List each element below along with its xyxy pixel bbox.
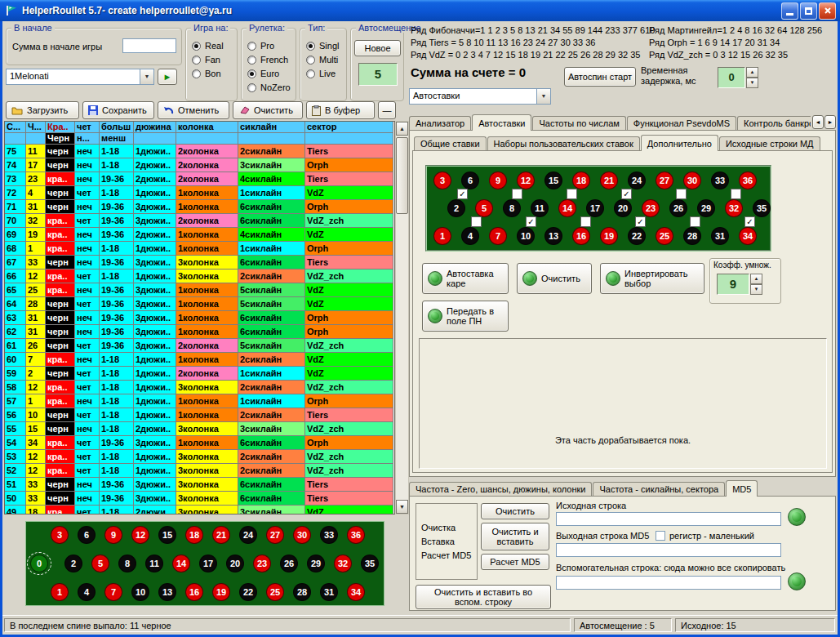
number-32[interactable]: 32: [725, 199, 743, 217]
number-18[interactable]: 18: [572, 172, 590, 189]
number-35[interactable]: 35: [753, 199, 771, 217]
number-16[interactable]: 16: [185, 583, 203, 601]
number-25[interactable]: 25: [266, 583, 284, 601]
corner-checkbox[interactable]: [676, 189, 687, 199]
number-16[interactable]: 16: [572, 227, 590, 245]
number-30[interactable]: 30: [293, 526, 311, 544]
corner-checkbox[interactable]: [690, 216, 700, 227]
clear-bets-button[interactable]: Очистить: [517, 263, 592, 294]
table-row[interactable]: 592чернчет1-181дюжи..2колонка1сиклайнVdZ: [5, 367, 394, 381]
number-18[interactable]: 18: [185, 526, 203, 544]
coef-spinner[interactable]: ▲ ▼: [750, 274, 762, 295]
radio-option-Fan[interactable]: Fan: [192, 53, 237, 66]
tab-Анализатор[interactable]: Анализатор: [409, 116, 471, 131]
number-8[interactable]: 8: [118, 555, 136, 572]
spin-down-icon[interactable]: ▼: [746, 78, 758, 88]
number-7[interactable]: 7: [489, 227, 507, 245]
number-26[interactable]: 26: [669, 199, 687, 217]
table-row[interactable]: 5812кра..чет1-181дюжи..3колонка2сиклайнV…: [5, 381, 394, 394]
radio-option-Euro[interactable]: Euro: [247, 67, 296, 80]
tab-Общие ставки[interactable]: Общие ставки: [414, 136, 487, 151]
delay-spinner[interactable]: ▲ ▼: [746, 67, 758, 88]
number-29[interactable]: 29: [307, 555, 325, 572]
number-33[interactable]: 33: [711, 172, 729, 189]
number-13[interactable]: 13: [544, 227, 562, 245]
corner-checkbox[interactable]: [471, 216, 482, 227]
number-15[interactable]: 15: [158, 526, 176, 544]
radio-option-Live[interactable]: Live: [306, 67, 346, 80]
table-row[interactable]: 724чернчет1-181дюжи..1колонка1сиклайнVdZ: [5, 186, 394, 200]
corner-checkbox[interactable]: ✓: [526, 216, 536, 227]
md5-source-action-icon[interactable]: [788, 508, 806, 526]
number-21[interactable]: 21: [212, 526, 230, 544]
md5-source-input[interactable]: [556, 512, 781, 526]
table-row[interactable]: 7323кра..неч19-362дюжи..2колонка4сиклайн…: [5, 172, 394, 186]
number-29[interactable]: 29: [697, 199, 715, 217]
number-31[interactable]: 31: [711, 227, 729, 245]
corner-checkbox[interactable]: [512, 189, 522, 199]
number-11[interactable]: 11: [531, 199, 549, 217]
number-31[interactable]: 31: [320, 583, 338, 601]
number-36[interactable]: 36: [347, 526, 365, 544]
number-36[interactable]: 36: [739, 172, 757, 189]
number-1[interactable]: 1: [51, 583, 69, 601]
maximize-button[interactable]: [800, 2, 817, 20]
tab-Дополнительно[interactable]: Дополнительно: [641, 135, 718, 151]
number-27[interactable]: 27: [266, 526, 284, 544]
table-row[interactable]: 6126чернчет19-363дюжи..2колонка5сиклайнV…: [5, 339, 394, 353]
radio-option-French[interactable]: French: [247, 53, 296, 66]
md5-clear-insert-button[interactable]: Очистить и вставить: [481, 523, 549, 550]
autocorner-button[interactable]: Автоставка каре: [422, 263, 509, 294]
number-6[interactable]: 6: [78, 526, 96, 544]
md5-output-input[interactable]: [556, 543, 781, 557]
table-row[interactable]: 6331черннеч19-363дюжи..1колонка6сиклайнO…: [5, 311, 394, 325]
table-row[interactable]: 6919кра..неч19-362дюжи..1колонка4сиклайн…: [5, 228, 394, 242]
number-10[interactable]: 10: [131, 583, 149, 601]
table-row[interactable]: 4918кра..чет1-182дюжи..3колонка3сиклайнV…: [5, 506, 394, 514]
corner-checkbox[interactable]: ✓: [635, 216, 646, 227]
clear-button[interactable]: Очистить: [233, 101, 303, 119]
table-row[interactable]: 5312кра..чет1-181дюжи..3колонка2сиклайнV…: [5, 450, 394, 464]
number-7[interactable]: 7: [104, 583, 122, 601]
table-row[interactable]: 5610чернчет1-181дюжи..1колонка2сиклайнTi…: [5, 408, 394, 422]
spin-up-icon[interactable]: ▲: [746, 67, 758, 78]
start-play-button[interactable]: ►: [158, 69, 177, 85]
tab-scroll-right-icon[interactable]: ►: [824, 115, 836, 129]
save-button[interactable]: Сохранить: [82, 101, 154, 119]
number-34[interactable]: 34: [347, 583, 365, 601]
new-button[interactable]: Новое: [354, 40, 401, 56]
number-2[interactable]: 2: [447, 199, 465, 217]
tab-Частота - сиклайны, сектора[interactable]: Частота - сиклайны, сектора: [593, 482, 725, 497]
number-19[interactable]: 19: [212, 583, 230, 601]
number-23[interactable]: 23: [642, 199, 660, 217]
tab-scroll-left-icon[interactable]: ◄: [812, 115, 824, 129]
md5-calc-button[interactable]: Расчет MD5: [481, 554, 549, 570]
md5-aux-action-icon[interactable]: [788, 572, 806, 590]
corner-checkbox[interactable]: [580, 216, 591, 227]
number-21[interactable]: 21: [600, 172, 618, 189]
radio-option-Singl[interactable]: Singl: [306, 39, 346, 52]
table-row[interactable]: 6612кра..чет1-181дюжи..3колонка2сиклайнV…: [5, 270, 394, 283]
autobets-combobox[interactable]: Автоставки ▼: [409, 88, 551, 105]
md5-aux-input[interactable]: [556, 576, 781, 590]
number-5[interactable]: 5: [475, 199, 493, 217]
number-5[interactable]: 5: [91, 555, 109, 572]
corner-checkbox[interactable]: ✓: [621, 189, 632, 199]
radio-option-Multi[interactable]: Multi: [306, 53, 346, 66]
number-8[interactable]: 8: [503, 199, 521, 217]
invert-button[interactable]: Инвертировать выбор: [600, 263, 704, 294]
corner-checkbox[interactable]: ✓: [744, 216, 755, 227]
corner-checkbox[interactable]: [567, 189, 577, 199]
tab-Исходные строки МД[interactable]: Исходные строки МД: [719, 136, 820, 151]
table-row[interactable]: 5434кра..чет19-363дюжи..1колонка6сиклайн…: [5, 436, 394, 450]
radio-option-Pro[interactable]: Pro: [247, 39, 296, 52]
corner-checkbox[interactable]: ✓: [457, 189, 468, 199]
table-row[interactable]: 681кра..неч1-181дюжи..1колонка1сиклайнOr…: [5, 242, 394, 256]
chevron-down-icon[interactable]: ▼: [536, 89, 550, 104]
number-34[interactable]: 34: [739, 227, 757, 245]
number-4[interactable]: 4: [461, 227, 479, 245]
number-27[interactable]: 27: [656, 172, 673, 189]
radio-option-Real[interactable]: Real: [192, 39, 237, 52]
number-22[interactable]: 22: [239, 583, 257, 601]
undo-button[interactable]: Отменить: [158, 101, 229, 119]
